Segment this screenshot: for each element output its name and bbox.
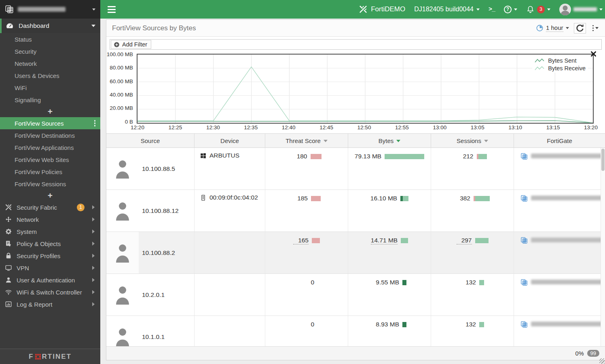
legend-item-bytes-receive[interactable]: Bytes Receive — [535, 65, 586, 72]
cell-threat: 0 — [265, 316, 348, 346]
hamburger-menu-icon[interactable] — [108, 6, 116, 13]
time-range-label: 1 hour — [546, 24, 563, 32]
refresh-button[interactable] — [574, 23, 586, 34]
x-axis-tick: 12:45 — [319, 124, 333, 130]
sidebar-item-security[interactable]: Security — [0, 45, 100, 57]
sidebar-item-label: Security — [15, 48, 36, 55]
sidebar-item-network[interactable]: Network — [0, 57, 100, 69]
device-name-redacted — [18, 7, 66, 12]
policy-objects-icon — [5, 240, 12, 247]
sidebar-item-vpn[interactable]: VPN — [0, 262, 100, 274]
sidebar-item-security-profiles[interactable]: Security Profiles — [0, 250, 100, 262]
sidebar-nav: Dashboard StatusSecurityNetworkUsers & D… — [0, 19, 100, 349]
add-filter-label: Add Filter — [122, 41, 147, 48]
sidebar-item-fortiview-applications[interactable]: FortiView Applications — [0, 141, 100, 154]
sidebar-item-fortiview-destinations[interactable]: FortiView Destinations — [0, 129, 100, 141]
fortigate-name-redacted — [531, 196, 605, 200]
sidebar-item-label: FortiView Applications — [15, 144, 74, 151]
x-axis-tick: 12:20 — [131, 124, 144, 130]
sidebar-item-fortiview-sessions[interactable]: FortiView Sessions — [0, 178, 100, 190]
sidebar-item-network[interactable]: Network — [0, 213, 100, 225]
kebab-menu-icon[interactable] — [94, 120, 96, 126]
scrollbar-thumb[interactable] — [601, 149, 605, 171]
value-bar — [312, 238, 320, 243]
sidebar-item-security-fabric[interactable]: Security Fabric1 — [0, 201, 100, 213]
sidebar-item-wifi-switch-controller[interactable]: WiFi & Switch Controller — [0, 286, 100, 298]
page-title: FortiView Sources by Bytes — [112, 24, 196, 32]
help-menu[interactable]: ? — [504, 6, 517, 13]
cell-value: 0 — [299, 279, 314, 286]
table-scrollbar[interactable] — [601, 148, 605, 346]
legend-item-bytes-sent[interactable]: Bytes Sent — [535, 57, 586, 64]
resize-handle[interactable] — [599, 358, 605, 364]
time-range-selector[interactable]: 1 hour — [536, 24, 569, 32]
fortigate-name-redacted — [531, 280, 605, 284]
x-axis-tick: 12:55 — [395, 124, 409, 130]
column-header-fortigate[interactable]: FortiGate — [514, 134, 605, 147]
device-selector[interactable] — [0, 0, 100, 19]
cell-value: 16.10 MB — [370, 195, 397, 202]
cell-bytes: 8.93 MB — [348, 316, 431, 346]
add-fortiview-button[interactable]: + — [0, 190, 100, 201]
sidebar-item-fortiview-policies[interactable]: FortiView Policies — [0, 166, 100, 178]
sidebar-item-wifi[interactable]: WiFi — [0, 82, 100, 94]
sidebar-item-label: FortiView Web Sites — [15, 156, 69, 163]
sidebar-item-log-report[interactable]: Log & Report — [0, 298, 100, 310]
sidebar-item-users-devices[interactable]: Users & Devices — [0, 69, 100, 82]
panel-more-menu[interactable] — [591, 24, 601, 32]
sidebar-item-system[interactable]: System — [0, 225, 100, 238]
sidebar-item-label: FortiView Policies — [15, 168, 62, 175]
cell-value: 180 — [292, 153, 307, 160]
sidebar-item-fortiview-web-sites[interactable]: FortiView Web Sites — [0, 154, 100, 166]
sidebar-footer: F RTINET — [0, 349, 100, 364]
cell-value: 9.55 MB — [372, 279, 399, 286]
cell-fortigate — [514, 148, 605, 189]
table-row[interactable]: 10.100.88.1200:09:0f:0c:04:0218516.10 MB… — [106, 190, 605, 232]
y-axis-tick: 40.00 MB — [106, 92, 133, 98]
table-header-row: SourceDeviceThreat ScoreBytesSessionsFor… — [106, 134, 605, 148]
sidebar-item-status[interactable]: Status — [0, 33, 100, 45]
table-row[interactable]: 10.100.88.216514.71 MB297 — [106, 232, 605, 274]
chevron-right-icon — [92, 254, 95, 258]
value-bar — [400, 196, 408, 201]
y-axis-tick: 0 B — [106, 119, 133, 125]
sidebar-item-label: Status — [15, 36, 32, 43]
sidebar-item-label: System — [17, 228, 37, 235]
close-icon[interactable] — [591, 51, 596, 57]
sidebar-item-label: User & Authentication — [17, 277, 75, 284]
add-dashboard-button[interactable]: + — [0, 106, 100, 117]
column-header-bytes[interactable]: Bytes — [348, 134, 431, 147]
status-bar: 0% 99 — [106, 346, 605, 360]
build-selector[interactable]: DJ182405 build0044 — [414, 6, 480, 13]
sidebar-item-fortiview-sources[interactable]: FortiView Sources — [0, 117, 100, 129]
table-row[interactable]: 10.1.0.108.93 MB132 — [106, 316, 605, 346]
chevron-right-icon — [92, 242, 95, 246]
legend-label: Bytes Receive — [548, 65, 586, 72]
source-ip: 10.2.0.1 — [142, 291, 165, 299]
chevron-right-icon — [92, 266, 95, 270]
fortigate-pages-icon — [520, 321, 528, 328]
chevron-down-icon — [476, 8, 480, 11]
sidebar-item-user-authentication[interactable]: User & Authentication — [0, 274, 100, 286]
fortiview-panel: FortiView Sources by Bytes 1 hour — [106, 19, 605, 360]
cell-bytes: 14.71 MB — [348, 232, 431, 274]
column-header-source[interactable]: Source — [106, 134, 195, 147]
filter-input[interactable]: Add Filter — [110, 39, 602, 50]
table-row[interactable]: 10.2.0.109.55 MB132 — [106, 274, 605, 316]
sidebar-item-dashboard[interactable]: Dashboard — [0, 19, 100, 33]
column-header-sessions[interactable]: Sessions — [431, 134, 514, 147]
table-row[interactable]: 10.100.88.5ARBUTUS18079.13 MB212 — [106, 148, 605, 190]
column-header-threat-score[interactable]: Threat Score — [265, 134, 348, 147]
chevron-down-icon — [566, 27, 569, 29]
fortigate-name-redacted — [531, 238, 605, 242]
cell-sessions: 382 — [431, 190, 514, 231]
cli-console-icon[interactable]: >_ — [489, 6, 495, 13]
column-header-device[interactable]: Device — [195, 134, 265, 147]
user-menu[interactable] — [559, 4, 603, 15]
sort-caret-icon — [324, 140, 328, 142]
sidebar-item-signalling[interactable]: Signalling — [0, 94, 100, 106]
add-filter-button[interactable]: Add Filter — [111, 40, 151, 49]
notifications-menu[interactable]: 3 — [526, 5, 550, 14]
x-axis-tick: 13:15 — [546, 124, 560, 130]
sidebar-item-policy-objects[interactable]: Policy & Objects — [0, 238, 100, 250]
